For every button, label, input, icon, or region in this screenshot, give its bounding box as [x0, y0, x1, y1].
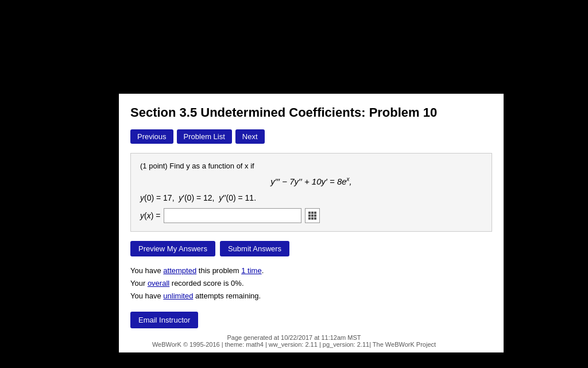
preview-button[interactable]: Preview My Answers — [130, 241, 215, 256]
svg-rect-6 — [308, 217, 311, 220]
attempted-highlight: attempted — [163, 266, 196, 275]
problem-box: (1 point) Find y as a function of x if y… — [130, 153, 492, 232]
page-title: Section 3.5 Undetermined Coefficients: P… — [130, 105, 492, 120]
svg-rect-1 — [311, 212, 314, 214]
svg-rect-2 — [314, 212, 316, 214]
problem-list-button[interactable]: Problem List — [177, 129, 232, 144]
svg-rect-5 — [314, 214, 316, 217]
nav-buttons: Previous Problem List Next — [130, 129, 492, 144]
action-buttons: Preview My Answers Submit Answers — [130, 241, 492, 256]
attempt-line3: You have unlimited attempts remaining. — [130, 290, 492, 302]
answer-row: y(x) = — [140, 208, 482, 223]
times-highlight: 1 time — [241, 266, 261, 275]
svg-rect-0 — [308, 212, 311, 214]
submit-button[interactable]: Submit Answers — [220, 241, 289, 256]
footer-credits: WeBWorK © 1995-2016 | theme: math4 | ww_… — [0, 341, 588, 348]
overall-highlight: overall — [148, 279, 169, 288]
svg-rect-3 — [308, 214, 311, 217]
attempt-line2: Your overall recorded score is 0%. — [130, 277, 492, 290]
svg-rect-4 — [311, 214, 314, 217]
email-instructor-button[interactable]: Email Instructor — [130, 312, 198, 328]
footer-generated: Page generated at 10/22/2017 at 11:12am … — [0, 334, 588, 341]
content-area: Section 3.5 Undetermined Coefficients: P… — [119, 94, 504, 352]
svg-rect-8 — [314, 217, 316, 220]
svg-rect-7 — [311, 217, 314, 220]
matrix-icon[interactable] — [305, 208, 320, 223]
conditions-text: y(0) = 17, y′(0) = 12, y′′(0) = 11. — [140, 193, 256, 202]
footer-area: Page generated at 10/22/2017 at 11:12am … — [0, 334, 588, 348]
unlimited-highlight: unlimited — [163, 292, 193, 300]
attempt-line1: You have attempted this problem 1 time. — [130, 264, 492, 277]
previous-button[interactable]: Previous — [130, 129, 173, 144]
problem-header: (1 point) Find y as a function of x if — [140, 162, 482, 170]
next-button[interactable]: Next — [235, 129, 265, 144]
answer-label: y(x) = — [140, 211, 160, 220]
page-wrapper: Section 3.5 Undetermined Coefficients: P… — [0, 0, 588, 368]
equation-text: y′′′ − 7y′′ + 10y′ = 8ex, — [270, 177, 352, 186]
grid-icon — [308, 211, 317, 220]
math-equation: y′′′ − 7y′′ + 10y′ = 8ex, — [140, 176, 482, 186]
attempt-info: You have attempted this problem 1 time. … — [130, 264, 492, 302]
initial-conditions: y(0) = 17, y′(0) = 12, y′′(0) = 11. — [140, 193, 482, 202]
answer-input[interactable] — [164, 208, 301, 223]
